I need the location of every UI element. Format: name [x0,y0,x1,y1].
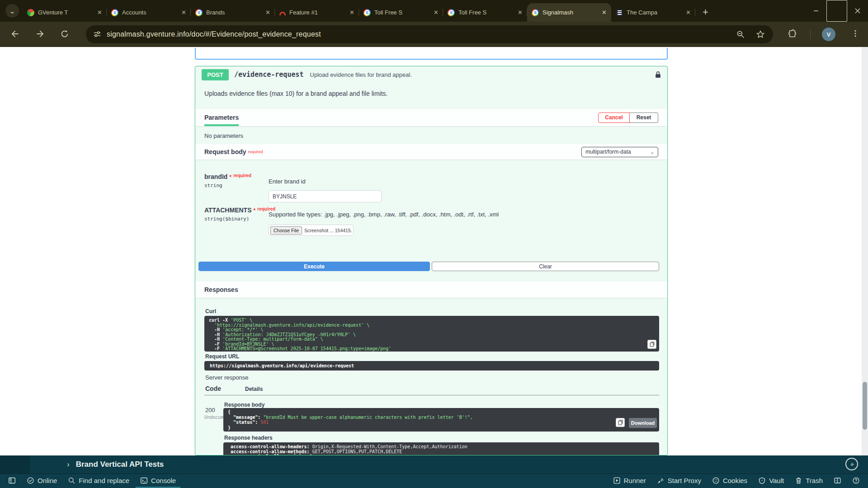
tab-title: The Campa [627,9,682,16]
response-body-block[interactable]: { "message": "brandId Must be upper-case… [223,408,659,432]
scrollbar-thumb[interactable] [863,382,867,430]
browser-tab[interactable]: Feature #1✕ [275,3,359,22]
tab-search-button[interactable]: ⌄ [5,4,19,18]
post-method-badge: POST [202,69,229,80]
browser-menu-icon[interactable] [851,29,860,38]
chevron-down-icon: ⌄ [9,7,15,15]
tab-close-icon[interactable]: ✕ [349,9,354,16]
clear-button[interactable]: Clear [432,262,659,271]
profile-avatar[interactable]: V [822,28,835,41]
reset-button[interactable]: Reset [630,113,658,123]
tab-close-icon[interactable]: ✕ [181,9,186,16]
browser-tab[interactable]: SToll Free S✕ [359,3,443,22]
download-button[interactable]: Download [629,418,657,428]
swagger-page: POST /evidence-request Upload evidence f… [0,47,868,455]
reload-button[interactable] [60,29,70,39]
cookies-button[interactable]: Cookies [708,474,752,488]
browser-tab[interactable]: SToll Free S✕ [443,3,527,22]
collapse-circle-button[interactable]: « [845,458,858,470]
status-item-label: Runner [624,477,646,484]
content-type-select[interactable]: multipart/form-data ⌄ [581,147,658,157]
endpoint-summary: Upload evidence files for brand appeal. [310,71,412,78]
s-logo-favicon: S [111,9,118,16]
endpoint-path: /evidence-request [234,70,304,79]
check-circle-icon [27,477,34,484]
response-table-divider [204,395,659,395]
endpoint-description: Uploads evidence files (max 10) for a br… [204,90,658,97]
forward-button[interactable] [35,29,45,39]
status-item-label: Vault [769,477,784,484]
code-column-header: Code [205,385,221,392]
response-headers-block[interactable]: access-control-allow-headers: Origin,X-R… [223,442,659,455]
brandid-field-type: string [204,183,222,188]
split-view-button[interactable] [829,474,846,488]
browser-tab[interactable]: SAccounts✕ [107,3,191,22]
tab-close-icon[interactable]: ✕ [602,9,607,16]
browser-tab[interactable]: GVenture T✕ [23,3,107,22]
find-and-replace-button[interactable]: Find and replace [63,474,134,488]
close-window-button[interactable] [847,0,868,22]
cancel-button[interactable]: Cancel [598,113,630,123]
brandid-input[interactable] [269,190,382,202]
site-settings-icon[interactable] [93,30,101,38]
copy-response-button[interactable] [616,418,625,427]
tab-close-icon[interactable]: ✕ [434,9,439,16]
content-type-value: multipart/form-data [585,149,631,155]
tab-close-icon[interactable]: ✕ [518,9,523,16]
tab-close-icon[interactable]: ✕ [97,9,102,16]
extensions-icon[interactable] [788,29,797,39]
minimize-button[interactable] [806,0,826,22]
zoom-out-icon[interactable] [736,30,745,39]
lock-icon[interactable] [655,71,661,78]
panes-icon [834,477,841,484]
vault-button[interactable]: Vault [754,474,788,488]
gventure-favicon [27,9,34,16]
request-body-section-header: Request body required multipart/form-dat… [195,144,667,160]
address-bar-actions [736,30,765,39]
online-status[interactable]: Online [22,474,61,488]
runner-button[interactable]: Runner [609,474,651,488]
response-body-label: Response body [224,402,264,408]
address-bar[interactable]: signalmash.gventure.info/doc/#/Evidence/… [86,25,773,43]
start-proxy-button[interactable]: Start Proxy [652,474,706,488]
tab-close-icon[interactable]: ✕ [265,9,270,16]
collection-title[interactable]: Brand Vertical API Tests [76,460,164,469]
console-button[interactable]: Console [136,474,180,488]
browser-tab[interactable]: SBrands✕ [191,3,275,22]
curl-command-block[interactable]: curl -X 'POST' \ 'https://signalmash.gve… [204,316,659,352]
restore-button[interactable] [826,0,847,22]
collection-row[interactable]: › Brand Vertical API Tests « [0,455,868,474]
parameters-section-header: Parameters Cancel Reset [195,109,667,126]
copy-curl-button[interactable] [647,340,656,349]
post-evidence-request-panel: POST /evidence-request Upload evidence f… [195,66,668,455]
browser-tab[interactable]: The Campa✕ [611,3,695,22]
endpoint-header[interactable]: POST /evidence-request Upload evidence f… [195,66,667,83]
brandid-hint: Enter brand id [269,178,306,185]
chevron-down-icon: ⌄ [651,150,654,155]
sidebar-toggle-button[interactable] [4,474,20,488]
parameters-tab[interactable]: Parameters [204,109,239,126]
url-text: signalmash.gventure.info/doc/#/Evidence/… [107,30,321,38]
status-item-label: Cookies [723,477,747,484]
page-scrollbar[interactable] [862,47,868,455]
collection-sidebar-edge [0,455,30,474]
trash-button[interactable]: Trash [790,474,827,488]
back-button[interactable] [10,29,20,39]
browser-tab[interactable]: SSignalmash✕ [527,3,611,22]
file-input[interactable]: Choose File Screenshot ... 154415.png [269,225,354,236]
bookmark-star-icon[interactable] [756,30,765,39]
help-button[interactable] [848,474,864,488]
attachments-field-type: string($binary) [204,216,249,222]
new-tab-button[interactable]: + [703,7,708,17]
try-out-controls: Cancel Reset [598,113,658,123]
tab-title: Feature #1 [289,9,346,16]
brandid-field-name: brandId * required [204,173,251,180]
choose-file-button[interactable]: Choose File [270,226,302,235]
attachments-field-name: ATTACHMENTS * required [204,206,275,214]
vault-icon [758,477,766,484]
browser-toolbar: signalmash.gventure.info/doc/#/Evidence/… [0,22,868,47]
tab-close-icon[interactable]: ✕ [686,9,691,16]
execute-button[interactable]: Execute [198,262,430,271]
chevron-right-icon[interactable]: › [67,460,70,469]
cookie-icon [712,477,720,484]
